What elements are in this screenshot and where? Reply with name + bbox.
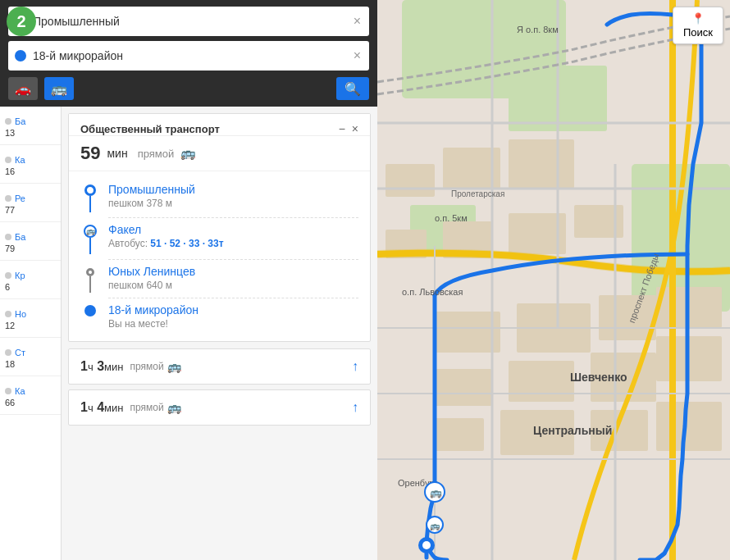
svg-rect-15 [435,369,492,406]
stop-sub-1: Автобус: 51 · 52 · 33 · 33т [108,238,358,249]
stop-info-0: Промышленный пешком 378 м [108,183,358,209]
origin-input[interactable] [33,15,352,28]
sidebar-item-7[interactable]: Ка 66 [0,376,61,415]
alt2-bus-icon: 🚌 [167,401,181,414]
car-mode-button[interactable]: 🚗 [8,77,38,100]
stop-sub-2: пешком 640 м [108,280,358,291]
search-top-button[interactable]: 📍 Поиск [673,7,723,44]
route-stops: Промышленный пешком 378 м 🚌 Факел Автобу… [69,171,370,341]
stop-icon-col-1: 🚌 [80,225,100,254]
search-top-label: Поиск [683,26,713,39]
search-icon: 🔍 [344,81,361,97]
svg-rect-12 [435,312,500,353]
sidebar-item-0[interactable]: Ба 13 [0,107,61,145]
stop-info-1: Факел Автобус: 51 · 52 · 33 · 33т [108,223,358,249]
sidebar-time-4: 6 [5,282,56,292]
svg-text:🚌: 🚌 [430,521,440,531]
sidebar-item-5[interactable]: Но 12 [0,299,61,338]
svg-point-37 [422,541,431,549]
destination-clear-button[interactable]: × [352,49,363,62]
stop-name-3[interactable]: 18-й микрорайон [108,303,358,316]
sidebar-item-4[interactable]: Кр 6 [0,261,61,299]
stop-name-0[interactable]: Промышленный [108,183,358,196]
stop-info-3: 18-й микрорайон Вы на месте! [108,303,358,330]
route-alt-2[interactable]: 1ч 4мин прямой 🚌 ↑ [68,389,371,426]
left-panel: × × 🚗 🚌 🔍 Ба 13 Ка 16 [0,0,377,560]
sidebar-time-0: 13 [5,128,56,138]
sidebar-dot-7 [5,388,11,394]
transport-mode-row: 🚗 🚌 🔍 [8,77,369,100]
stop-line-2 [89,276,91,293]
bus-mode-button[interactable]: 🚌 [44,77,74,100]
stop-icon-col-0 [80,184,100,212]
sidebar-time-3: 79 [5,244,56,253]
stop-bus: 🚌 Факел Автобус: 51 · 52 · 33 · 33т [69,218,370,259]
app-logo: 2 [7,7,36,36]
sidebar-time-1: 16 [5,166,56,176]
stop-sub-0: пешком 378 м [108,198,358,209]
route-time-value: 59 [80,143,100,164]
sidebar-dot-4 [5,272,11,279]
route-type-label: прямой [138,148,175,160]
svg-rect-7 [509,139,574,189]
route-detail-panel: Общественный транспорт − × 59 мин прямой… [68,113,371,342]
stop-circle-3 [84,305,96,316]
sidebar-dot-0 [5,118,11,125]
destination-search-row: × [8,41,369,71]
stop-waypoint: Юных Ленинцев пешком 640 м [69,260,370,298]
destination-input[interactable] [33,49,352,62]
close-button[interactable]: × [352,122,358,135]
alt1-arrow-icon: ↑ [352,359,358,374]
sidebar-item-2[interactable]: Ре 77 [0,184,61,222]
svg-rect-21 [656,402,722,451]
stop-origin: Промышленный пешком 378 м [69,178,370,217]
stop-line-0 [89,196,91,212]
route-detail-header: Общественный транспорт − × [69,114,370,136]
sidebar-strip: Ба 13 Ка 16 Ре 77 Ба 79 Кр 6 Но 12 [0,107,62,560]
origin-search-row: × [8,7,369,36]
route-time-unit: мин [107,147,127,160]
stop-line-1 [89,238,91,254]
alt2-time: 1ч 4мин [80,400,123,415]
search-pin-icon: 📍 [691,12,705,25]
route-time-row: 59 мин прямой 🚌 [69,136,370,171]
minimize-button[interactable]: − [339,122,345,135]
search-button[interactable]: 🔍 [336,77,369,100]
sidebar-time-7: 66 [5,398,56,407]
sidebar-time-6: 18 [5,359,56,369]
sidebar-item-1[interactable]: Ка 16 [0,145,61,184]
sidebar-dot-2 [5,195,11,202]
svg-rect-5 [386,164,435,197]
stop-icon-col-3 [80,305,100,316]
stop-name-1[interactable]: Факел [108,223,358,236]
sidebar-label-1: Ка [15,155,25,165]
svg-text:🚌: 🚌 [430,486,442,499]
sidebar-label-5: Но [15,309,26,319]
route-header-controls: − × [339,122,358,135]
sidebar-dot-3 [5,234,11,240]
sidebar-label-3: Ба [15,232,25,242]
stop-circle-2 [86,268,94,276]
origin-clear-button[interactable]: × [352,15,363,28]
sidebar-label-2: Ре [15,193,25,203]
route-bus-icon: 🚌 [180,146,196,161]
svg-text:Шевченко: Шевченко [570,371,627,384]
route-alt-1[interactable]: 1ч 3мин прямой 🚌 ↑ [68,348,371,385]
sidebar-dot-1 [5,157,11,163]
alt1-hour-unit: ч [88,361,94,373]
sidebar-time-2: 77 [5,205,56,215]
sidebar-label-4: Кр [15,271,25,280]
sidebar-item-6[interactable]: Ст 18 [0,338,61,376]
sidebar-label-6: Ст [15,348,25,357]
alt1-bus-icon: 🚌 [167,360,181,373]
stop-info-2: Юных Ленинцев пешком 640 м [108,265,358,291]
stop-icon-col-2 [80,266,100,293]
stop-name-2[interactable]: Юных Ленинцев [108,265,358,278]
sidebar-item-3[interactable]: Ба 79 [0,222,61,261]
dest-dot [15,50,26,61]
alt2-label: прямой [130,402,163,413]
stop-bus-icon-1: 🚌 [84,225,97,238]
sidebar-time-5: 12 [5,321,56,330]
svg-text:Центральный: Центральный [533,424,612,437]
sidebar-label-7: Ка [15,386,25,396]
